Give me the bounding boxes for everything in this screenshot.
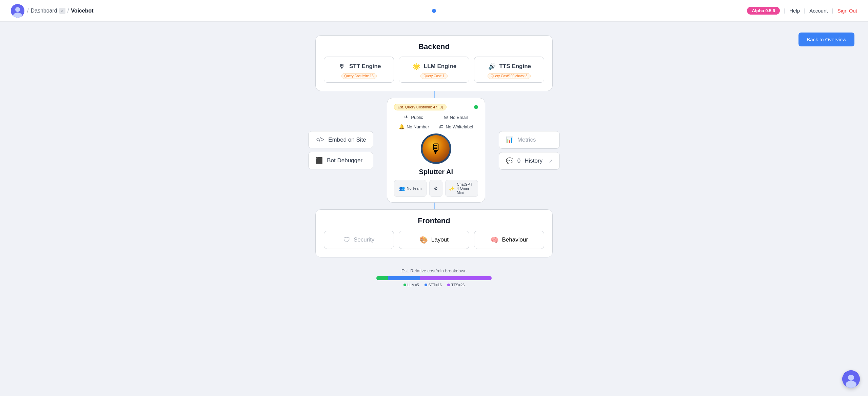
- bot-email-status: ✉ No Email: [444, 114, 468, 120]
- llm-cost: Query Cost: 1: [420, 73, 448, 79]
- history-label: History: [525, 158, 542, 164]
- layout-card[interactable]: 🎨 Layout: [399, 231, 469, 249]
- bot-public-status: 👁 Public: [404, 114, 423, 120]
- stt-label: STT Engine: [349, 63, 381, 70]
- llm-segment: [376, 276, 388, 280]
- llm-label-text: LLM=5: [408, 283, 419, 287]
- security-label: Security: [354, 236, 374, 243]
- cost-breakdown: Est. Relative cost/min breakdown LLM=5 S…: [376, 268, 492, 287]
- history-card[interactable]: 💬 0 History ↗: [499, 152, 560, 170]
- bot-avatar-inner: 🎙: [422, 135, 450, 162]
- stt-engine-card[interactable]: 🎙 STT Engine Query Cost/min: 16: [324, 57, 394, 83]
- llm-cost-label: LLM=5: [403, 283, 419, 287]
- layout-label: Layout: [431, 236, 449, 243]
- tts-dot: [447, 284, 450, 286]
- breadcrumb-sep2: /: [67, 8, 69, 14]
- frontend-title: Frontend: [324, 216, 544, 225]
- svg-point-1: [15, 7, 20, 12]
- header-right: Alpha 0.5.6 | Help | Account | Sign Out: [747, 7, 857, 15]
- tts-cost-label: TTS=26: [447, 283, 465, 287]
- whitelabel-icon: 🏷: [439, 124, 443, 129]
- tts-label: TTS Engine: [499, 63, 531, 70]
- engines-row: 🎙 STT Engine Query Cost/min: 16 🌟 LLM En…: [324, 57, 544, 83]
- debugger-icon: ⬛: [315, 157, 323, 164]
- bot-name: Splutter AI: [419, 168, 453, 176]
- backend-title: Backend: [324, 42, 544, 51]
- backend-box: Backend 🎙 STT Engine Query Cost/min: 16 …: [315, 35, 553, 91]
- svg-point-5: [846, 381, 856, 388]
- stt-label-text: STT=16: [429, 283, 442, 287]
- metrics-card[interactable]: 📊 Metrics: [499, 131, 560, 149]
- no-team-label: No Team: [407, 186, 422, 190]
- bot-whitelabel-status: 🏷 No Whitelabel: [439, 124, 473, 129]
- behaviour-icon: 🧠: [490, 236, 499, 244]
- stt-segment: [388, 276, 420, 280]
- public-icon: 👁: [404, 114, 409, 120]
- connector-bot-frontend: [434, 203, 435, 209]
- right-metrics: 📊 Metrics 💬 0 History ↗: [499, 131, 560, 170]
- public-label: Public: [411, 115, 423, 120]
- bot-top-bar: Est. Query Cost/min: 47 [0]: [394, 104, 478, 110]
- alpha-badge: Alpha 0.5.6: [747, 7, 780, 15]
- stt-icon: 🎙: [337, 62, 347, 71]
- tts-cost: Query Cost/100 chars: 3: [488, 73, 530, 79]
- bot-info-row-1: 👁 Public ✉ No Email: [394, 114, 478, 120]
- frontend-cards: 🛡 Security 🎨 Layout 🧠 Behaviour: [324, 231, 544, 249]
- layout-icon: 🎨: [419, 236, 428, 244]
- stt-cost: Query Cost/min: 16: [341, 73, 377, 79]
- middle-row: </> Embed on Site ⬛ Bot Debugger Est. Qu…: [14, 98, 854, 203]
- chatgpt-label: ChatGPT 4 Omni Mini: [457, 182, 474, 194]
- security-card: 🛡 Security: [324, 231, 394, 249]
- embed-on-site-card[interactable]: </> Embed on Site: [308, 131, 373, 148]
- breadcrumb-icon: ⌂: [59, 8, 65, 14]
- stt-dot: [425, 284, 427, 286]
- bot-cost-label: Est. Query Cost/min: 47: [398, 105, 437, 109]
- bot-info-row-2: 🔔 No Number 🏷 No Whitelabel: [394, 124, 478, 129]
- tts-icon: 🔊: [487, 62, 497, 71]
- breadcrumb: / Dashboard ⌂ / Voicebot: [27, 8, 94, 14]
- chatgpt-pill[interactable]: ✨ ChatGPT 4 Omni Mini: [445, 180, 478, 197]
- bot-avatar[interactable]: 🎙: [421, 133, 451, 164]
- sign-out-link[interactable]: Sign Out: [837, 8, 857, 14]
- metrics-label: Metrics: [517, 137, 536, 143]
- bot-online-dot: [474, 105, 478, 109]
- help-link[interactable]: Help: [789, 8, 800, 14]
- llm-engine-card[interactable]: 🌟 LLM Engine Query Cost: 1: [399, 57, 469, 83]
- email-label: No Email: [450, 115, 468, 120]
- behaviour-card[interactable]: 🧠 Behaviour: [474, 231, 544, 249]
- team-icon: 👥: [399, 186, 405, 191]
- tts-label-text: TTS=26: [451, 283, 465, 287]
- stt-cost-label: STT=16: [425, 283, 442, 287]
- bot-settings-pill[interactable]: ⚙: [429, 180, 442, 197]
- tts-engine-card[interactable]: 🔊 TTS Engine Query Cost/100 chars: 3: [474, 57, 544, 83]
- svg-point-4: [848, 375, 854, 381]
- bottom-right-avatar[interactable]: [842, 370, 860, 388]
- diagram: Backend 🎙 STT Engine Query Cost/min: 16 …: [14, 33, 854, 287]
- metrics-icon: 📊: [506, 136, 513, 144]
- external-link-icon: ↗: [549, 158, 553, 164]
- main-content: Back to Overview Backend 🎙 STT Engine Qu…: [0, 22, 868, 314]
- number-icon: 🔔: [399, 124, 405, 129]
- no-team-pill[interactable]: 👥 No Team: [394, 180, 427, 197]
- header-left: / Dashboard ⌂ / Voicebot: [11, 4, 94, 18]
- left-tools: </> Embed on Site ⬛ Bot Debugger: [308, 131, 373, 169]
- connector-backend-bot: [434, 91, 435, 98]
- chatgpt-icon: ✨: [449, 186, 455, 191]
- cost-breakdown-title: Est. Relative cost/min breakdown: [401, 268, 467, 273]
- bot-cost-bracket: [0]: [439, 105, 443, 109]
- account-link[interactable]: Account: [809, 8, 828, 14]
- embed-label: Embed on Site: [328, 137, 366, 143]
- security-icon: 🛡: [343, 236, 350, 244]
- frontend-box: Frontend 🛡 Security 🎨 Layout 🧠 Behaviour: [315, 209, 553, 257]
- bot-avatar-emoji: 🎙: [430, 142, 442, 156]
- bot-debugger-card[interactable]: ⬛ Bot Debugger: [308, 152, 373, 169]
- settings-icon: ⚙: [434, 186, 438, 191]
- bot-card: Est. Query Cost/min: 47 [0] 👁 Public ✉ N…: [387, 98, 485, 203]
- breadcrumb-current: Voicebot: [71, 8, 93, 14]
- embed-icon: </>: [315, 136, 324, 143]
- email-icon: ✉: [444, 114, 448, 120]
- avatar[interactable]: [11, 4, 24, 18]
- cost-bar: [376, 276, 492, 280]
- cost-labels: LLM=5 STT=16 TTS=26: [403, 283, 465, 287]
- breadcrumb-dashboard[interactable]: Dashboard: [31, 8, 57, 14]
